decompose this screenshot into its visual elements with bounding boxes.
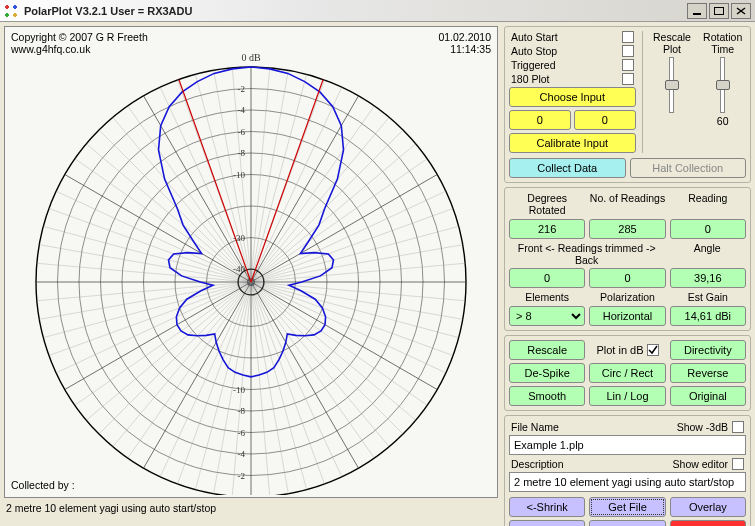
file-name-label: File Name xyxy=(511,421,559,433)
auto-start-checkbox[interactable] xyxy=(622,31,634,43)
choose-input-button[interactable]: Choose Input xyxy=(509,87,636,107)
svg-text:-6: -6 xyxy=(238,428,246,438)
rotation-time-value: 60 xyxy=(717,115,729,127)
plot-db-checkbox[interactable] xyxy=(647,344,659,356)
directivity-button[interactable]: Directivity xyxy=(670,340,746,360)
auto-start-label: Auto Start xyxy=(511,31,558,43)
triggered-checkbox[interactable] xyxy=(622,59,634,71)
plot180-checkbox[interactable] xyxy=(622,73,634,85)
readings-label: No. of Readings xyxy=(589,192,665,216)
svg-line-69 xyxy=(37,263,251,282)
exit-button[interactable]: Exit xyxy=(670,520,746,526)
svg-line-71 xyxy=(43,226,251,282)
svg-line-80 xyxy=(144,96,252,282)
reading-value: 0 xyxy=(670,219,746,239)
svg-line-31 xyxy=(251,263,465,282)
triggered-row: Triggered xyxy=(511,59,634,71)
acquisition-panel: Auto Start Auto Stop Triggered 180 Plot xyxy=(504,26,751,183)
description-label: Description xyxy=(511,458,564,470)
elements-label: Elements xyxy=(509,291,585,303)
reverse-button[interactable]: Reverse xyxy=(670,363,746,383)
svg-line-47 xyxy=(251,282,307,490)
reading-label: Reading xyxy=(670,192,746,216)
polar-plot-area: Copyright © 2007 G R Freeth www.g4hfq.co… xyxy=(4,26,498,498)
triggered-label: Triggered xyxy=(511,59,556,71)
svg-line-35 xyxy=(251,282,459,338)
show-3db-label: Show -3dB xyxy=(677,421,728,433)
input-right-value: 0 xyxy=(574,110,636,130)
minimize-button[interactable] xyxy=(687,3,707,19)
plot-db-label: Plot in dB xyxy=(596,344,643,356)
footer-description: 2 metre 10 element yagi using auto start… xyxy=(4,502,498,514)
collected-by-text: Collected by : xyxy=(11,479,75,491)
svg-rect-1 xyxy=(715,7,724,14)
stats-panel: Degrees Rotated No. of Readings Reading … xyxy=(504,187,751,331)
rescale-plot-slider[interactable] xyxy=(669,57,674,113)
trimmed-label: Front <- Readings trimmed -> Back xyxy=(509,242,664,266)
elements-select[interactable]: > 8 xyxy=(509,306,585,326)
get-file-button[interactable]: Get File xyxy=(589,497,665,517)
svg-line-33 xyxy=(251,282,465,301)
svg-text:0 dB: 0 dB xyxy=(241,52,261,63)
collect-data-button[interactable]: Collect Data xyxy=(509,158,626,178)
svg-line-20 xyxy=(251,96,359,282)
show-editor-checkbox[interactable] xyxy=(732,458,744,470)
plot-pane: Copyright © 2007 G R Freeth www.g4hfq.co… xyxy=(0,22,502,526)
rescale-plot-label: Rescale Plot xyxy=(653,31,691,55)
readings-value: 285 xyxy=(589,219,665,239)
svg-line-65 xyxy=(43,282,251,338)
app-icon xyxy=(4,4,18,18)
linlog-button[interactable]: Lin / Log xyxy=(589,386,665,406)
file-name-input[interactable] xyxy=(509,435,746,455)
plot180-row: 180 Plot xyxy=(511,73,634,85)
original-button[interactable]: Original xyxy=(670,386,746,406)
polarization-button[interactable]: Horizontal xyxy=(589,306,665,326)
close-button[interactable] xyxy=(731,3,751,19)
back-trim-value: 0 xyxy=(589,268,665,288)
circrect-button[interactable]: Circ / Rect xyxy=(589,363,665,383)
svg-text:-40: -40 xyxy=(233,264,245,274)
svg-line-38 xyxy=(251,282,437,390)
svg-rect-0 xyxy=(693,13,701,15)
rescale-button[interactable]: Rescale xyxy=(509,340,585,360)
smooth-button[interactable]: Smooth xyxy=(509,386,585,406)
save-file-button[interactable]: Save File xyxy=(509,520,585,526)
svg-text:-30: -30 xyxy=(233,233,245,243)
svg-text:-10: -10 xyxy=(233,170,245,180)
despike-button[interactable]: De-Spike xyxy=(509,363,585,383)
plot180-label: 180 Plot xyxy=(511,73,550,85)
calibrate-input-button[interactable]: Calibrate Input xyxy=(509,133,636,153)
maximize-button[interactable] xyxy=(709,3,729,19)
input-left-value: 0 xyxy=(509,110,571,130)
estgain-label: Est Gain xyxy=(670,291,746,303)
svg-text:-2: -2 xyxy=(238,471,246,481)
auto-stop-row: Auto Stop xyxy=(511,45,634,57)
description-input[interactable] xyxy=(509,472,746,492)
print-button[interactable]: Print xyxy=(589,520,665,526)
front-trim-value: 0 xyxy=(509,268,585,288)
rescale-plot-slider-group: Rescale Plot xyxy=(649,31,696,153)
overlay-button[interactable]: Overlay xyxy=(670,497,746,517)
angle-label: Angle xyxy=(668,242,746,266)
svg-line-29 xyxy=(251,226,459,282)
window-title: PolarPlot V3.2.1 User = RX3ADU xyxy=(24,5,685,17)
auto-stop-checkbox[interactable] xyxy=(622,45,634,57)
svg-line-17 xyxy=(251,74,307,282)
halt-collection-button[interactable]: Halt Collection xyxy=(630,158,747,178)
show-editor-label: Show editor xyxy=(673,458,728,470)
degrees-rotated-value: 216 xyxy=(509,219,585,239)
rotation-time-slider[interactable] xyxy=(720,57,725,113)
estgain-value: 14,61 dBi xyxy=(670,306,746,326)
svg-line-44 xyxy=(251,282,359,468)
polar-chart: -2-4-6-8-10-2-4-6-8-10-30-400 dB xyxy=(5,27,497,495)
svg-line-56 xyxy=(144,282,252,468)
svg-text:-10: -10 xyxy=(233,385,245,395)
angle-value: 39,16 xyxy=(670,268,746,288)
show-3db-checkbox[interactable] xyxy=(732,421,744,433)
svg-line-74 xyxy=(65,175,251,283)
controls-pane: Auto Start Auto Stop Triggered 180 Plot xyxy=(502,22,755,526)
degrees-rotated-label: Degrees Rotated xyxy=(509,192,585,216)
svg-line-67 xyxy=(37,282,251,301)
svg-text:-8: -8 xyxy=(238,406,246,416)
shrink-button[interactable]: <-Shrink xyxy=(509,497,585,517)
